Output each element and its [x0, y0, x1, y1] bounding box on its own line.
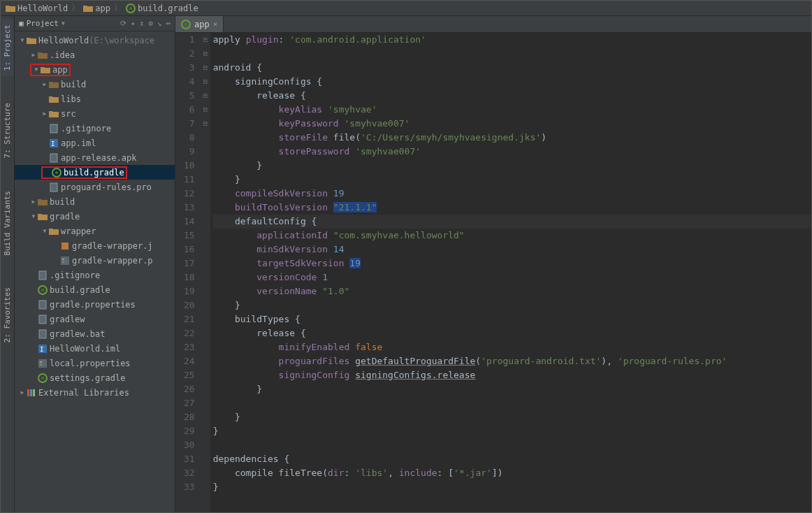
code-line[interactable]: android {: [213, 61, 811, 75]
svg-rect-18: [39, 330, 46, 338]
code-line[interactable]: }: [213, 424, 811, 438]
tree-row[interactable]: build.gradle: [15, 282, 175, 297]
tree-label: gradle-wrapper.p: [72, 256, 153, 266]
code-line[interactable]: versionCode 1: [213, 270, 811, 284]
tree-label: gradlew: [50, 315, 85, 324]
panel-tool[interactable]: ↘: [157, 19, 162, 28]
svg-text:I: I: [51, 140, 55, 147]
project-panel-title[interactable]: Project: [27, 19, 59, 28]
tree-row[interactable]: local.properties: [15, 356, 175, 370]
fold-gutter[interactable]: ⊟⊟⊟⊟⊟⊟⊟: [201, 33, 210, 512]
folder-icon: [40, 66, 51, 74]
tree-row[interactable]: ▶build: [15, 194, 175, 209]
fold-marker[interactable]: ⊟: [201, 103, 210, 117]
tree-row[interactable]: ▼gradle: [15, 209, 175, 224]
tree-label: gradle: [50, 212, 80, 222]
tree-row[interactable]: ▼wrapper: [15, 224, 175, 238]
tree-row[interactable]: ▼HelloWorld (E:\workspace: [15, 33, 175, 48]
tree-row[interactable]: gradle.properties: [15, 297, 175, 312]
tree-row[interactable]: build.gradle: [15, 165, 175, 180]
code-line[interactable]: signingConfigs {: [213, 75, 811, 89]
tree-row[interactable]: settings.gradle: [15, 370, 175, 385]
panel-tool[interactable]: ⚙: [148, 19, 153, 28]
code-line[interactable]: buildTypes {: [213, 312, 811, 326]
tree-row[interactable]: gradlew.bat: [15, 326, 175, 341]
code-line[interactable]: }: [213, 159, 811, 173]
tree-row[interactable]: Iapp.iml: [15, 136, 175, 150]
tree-row[interactable]: .gitignore: [15, 121, 175, 136]
tree-row[interactable]: ▼app: [15, 62, 175, 77]
tree-row[interactable]: gradlew: [15, 312, 175, 326]
tree-arrow[interactable]: ▼: [41, 228, 48, 234]
fold-marker[interactable]: ⊟: [201, 61, 210, 75]
code-line[interactable]: dependencies {: [213, 452, 811, 466]
code-line[interactable]: compileSdkVersion 19: [213, 187, 811, 201]
fold-marker[interactable]: ⊟: [201, 117, 210, 131]
tree-row[interactable]: IHelloWorld.iml: [15, 341, 175, 356]
breadcrumb-item[interactable]: HelloWorld: [3, 3, 70, 13]
code-line[interactable]: release {: [213, 326, 811, 340]
tree-row[interactable]: ▶src: [15, 106, 175, 121]
code-line[interactable]: applicationId "com.smyhvae.helloworld": [213, 229, 811, 243]
svg-rect-11: [62, 259, 64, 260]
side-tab[interactable]: 1: Project: [1, 19, 13, 76]
fold-marker[interactable]: ⊟: [201, 33, 210, 47]
tree-row[interactable]: ▶External Libraries: [15, 385, 175, 400]
side-tab[interactable]: Build Variants: [1, 185, 13, 261]
tree-row[interactable]: libs: [15, 92, 175, 106]
close-icon[interactable]: ×: [213, 20, 218, 29]
tree-row[interactable]: app-release.apk: [15, 150, 175, 165]
tree-row[interactable]: gradle-wrapper.j: [15, 238, 175, 253]
code-line[interactable]: apply plugin: 'com.android.application': [213, 33, 811, 47]
code-line[interactable]: }: [213, 410, 811, 424]
code-line[interactable]: keyAlias 'smyhvae': [213, 103, 811, 117]
tree-arrow[interactable]: ▼: [30, 213, 37, 219]
code-line[interactable]: }: [213, 298, 811, 312]
code-line[interactable]: versionName "1.0": [213, 284, 811, 298]
code-line[interactable]: [213, 47, 811, 61]
fold-marker[interactable]: ⊟: [201, 47, 210, 61]
tree-arrow[interactable]: ▶: [19, 389, 26, 396]
code-line[interactable]: minSdkVersion 14: [213, 243, 811, 256]
panel-tool[interactable]: ↕: [140, 19, 145, 28]
panel-tool[interactable]: ↔: [166, 19, 171, 28]
code-line[interactable]: proguardFiles getDefaultProguardFile('pr…: [213, 354, 811, 368]
code-line[interactable]: storeFile file('C:/Users/smyh/smyhvaesig…: [213, 131, 811, 145]
code-line[interactable]: keyPassword 'smyhvae007': [213, 117, 811, 131]
tree-row[interactable]: proguard-rules.pro: [15, 180, 175, 194]
breadcrumb-item[interactable]: app: [81, 3, 113, 13]
tree-row[interactable]: .gitignore: [15, 268, 175, 282]
tree-arrow[interactable]: ▶: [41, 110, 48, 117]
tree-row[interactable]: ▶.idea: [15, 48, 175, 62]
code-line[interactable]: minifyEnabled false: [213, 340, 811, 354]
project-tree[interactable]: ▼HelloWorld (E:\workspace▶.idea▼app▶buil…: [15, 31, 175, 512]
tree-arrow[interactable]: ▼: [33, 66, 40, 73]
code-line[interactable]: }: [213, 480, 811, 494]
code-line[interactable]: targetSdkVersion 19: [213, 256, 811, 270]
tree-arrow[interactable]: ▶: [41, 81, 48, 87]
tree-arrow[interactable]: ▼: [19, 37, 26, 43]
panel-tool[interactable]: ⟳: [120, 19, 126, 28]
code-line[interactable]: signingConfig signingConfigs.release: [213, 368, 811, 382]
tree-arrow[interactable]: ▶: [30, 198, 37, 205]
code-line[interactable]: release {: [213, 89, 811, 103]
code-line[interactable]: }: [213, 382, 811, 396]
tree-arrow[interactable]: ▶: [30, 52, 37, 58]
tree-row[interactable]: gradle-wrapper.p: [15, 253, 175, 268]
fold-marker[interactable]: ⊟: [201, 89, 210, 103]
editor-tab[interactable]: app×: [175, 16, 224, 32]
code-line[interactable]: [213, 396, 811, 410]
side-tab[interactable]: 7: Structure: [1, 97, 13, 164]
code-line[interactable]: buildToolsVersion "21.1.1": [213, 201, 811, 215]
panel-tool[interactable]: ✦: [131, 19, 136, 28]
side-tab[interactable]: 2: Favorites: [1, 282, 13, 348]
fold-marker[interactable]: ⊟: [201, 75, 210, 89]
code-editor[interactable]: apply plugin: 'com.android.application' …: [210, 33, 811, 512]
tree-row[interactable]: ▶build: [15, 77, 175, 92]
code-line[interactable]: storePassword 'smyhvae007': [213, 145, 811, 159]
code-line[interactable]: [213, 438, 811, 452]
code-line[interactable]: compile fileTree(dir: 'libs', include: […: [213, 466, 811, 480]
code-line[interactable]: }: [213, 173, 811, 187]
code-line[interactable]: defaultConfig {: [213, 215, 811, 229]
breadcrumb-item[interactable]: build.gradle: [124, 3, 201, 13]
